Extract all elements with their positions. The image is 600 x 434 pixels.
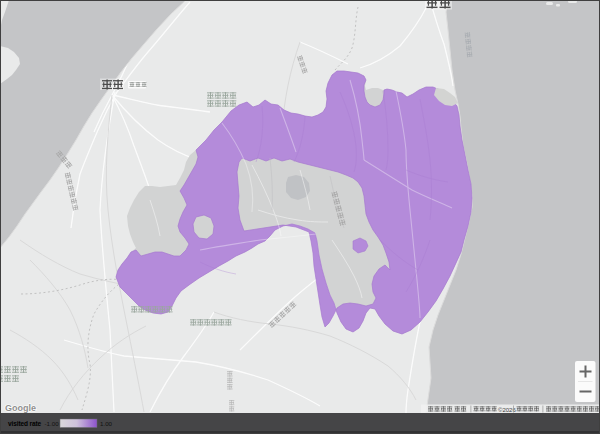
svg-text:1.00: 1.00 [100,420,113,427]
svg-text:visited rate: visited rate [8,420,42,427]
svg-text:-1.00: -1.00 [45,420,60,427]
svg-text:Google: Google [5,403,36,413]
